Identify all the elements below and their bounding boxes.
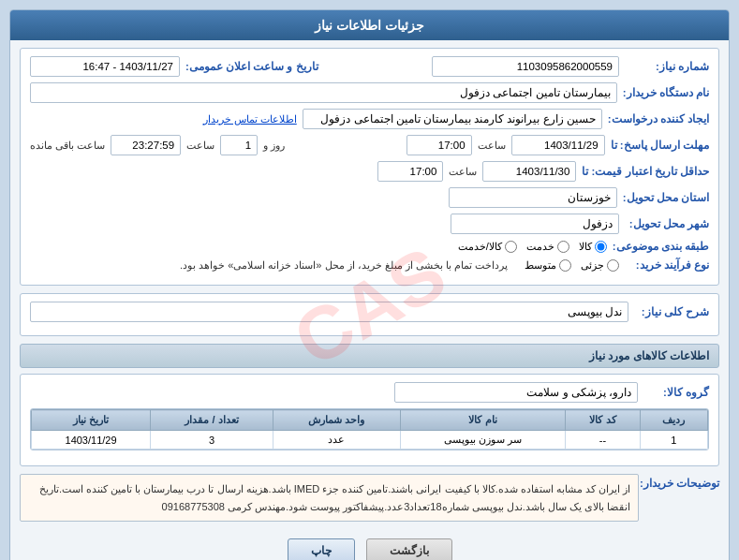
creator-input[interactable] xyxy=(303,109,602,129)
cell-quantity: 3 xyxy=(151,431,273,449)
row-creator: ایجاد کننده درخواست: اطلاعات تماس خریدار xyxy=(30,109,709,129)
goods-group-label: گروه کالا: xyxy=(643,386,709,399)
page-header: جزئیات اطلاعات نیاز xyxy=(10,10,729,40)
price-date-input[interactable] xyxy=(482,161,576,182)
buyer-comments-text: از ایران کد مشابه استفاده شده.کالا با کی… xyxy=(20,474,639,522)
cell-row: 1 xyxy=(640,431,707,449)
category-option-both[interactable]: کالا/خدمت xyxy=(458,241,517,253)
reply-time-input[interactable] xyxy=(406,135,472,155)
purchase-radio-medium[interactable] xyxy=(559,259,571,272)
row-label: روز و xyxy=(263,140,285,152)
page-title: جزئیات اطلاعات نیاز xyxy=(315,18,424,33)
buyer-comments-section: توضیحات خریدار: از ایران کد مشابه استفاد… xyxy=(20,474,719,525)
page-content: CAS شماره نیاز: تاریخ و ساعت اعلان عمومی… xyxy=(10,40,729,560)
col-row: ردیف xyxy=(640,410,707,431)
purchase-radio-partial[interactable] xyxy=(607,259,619,272)
city-label: شهر محل تحویل: xyxy=(625,217,709,230)
row-need-desc: شرح کلی نیاز: xyxy=(30,302,709,322)
price-time-input[interactable] xyxy=(377,161,443,182)
need-number-label: شماره نیاز: xyxy=(625,60,709,73)
main-window: جزئیات اطلاعات نیاز CAS شماره نیاز: تاری… xyxy=(9,9,730,560)
need-desc-section: شرح کلی نیاز: xyxy=(20,293,719,336)
row-goods-group: گروه کالا: xyxy=(30,382,709,403)
reply-date-input[interactable] xyxy=(511,135,605,155)
back-button[interactable]: بازگشت xyxy=(366,538,452,560)
cell-name: سر سوزن بیوپسی xyxy=(400,431,566,449)
category-option-service[interactable]: خدمت xyxy=(526,241,569,253)
row-buyer-name: نام دستگاه خریدار: xyxy=(30,82,709,103)
info-form: شماره نیاز: تاریخ و ساعت اعلان عمومی: نا… xyxy=(20,48,719,286)
col-unit: واحد شمارش xyxy=(273,410,400,431)
purchase-type-radio-group: جزئی متوسط xyxy=(525,259,619,272)
purchase-option-partial[interactable]: جزئی xyxy=(581,259,619,272)
purchase-type-label: نوع فرآیند خرید: xyxy=(625,258,709,272)
time-label2: ساعت xyxy=(186,140,214,152)
table-row: 1 -- سر سوزن بیوپسی عدد 3 1403/11/29 xyxy=(32,431,708,449)
row-reply-deadline: مهلت ارسال پاسخ: تا ساعت روز و ساعت ساعت… xyxy=(30,135,709,155)
goods-table-container: ردیف کد کالا نام کالا واحد شمارش تعداد /… xyxy=(30,408,709,450)
category-both-label: کالا/خدمت xyxy=(458,241,502,253)
buyer-name-label: نام دستگاه خریدار: xyxy=(623,86,709,99)
category-label: طبقه بندی موضوعی: xyxy=(613,240,709,253)
row-need-number: شماره نیاز: تاریخ و ساعت اعلان عمومی: xyxy=(30,56,709,77)
category-radio-goods[interactable] xyxy=(595,241,607,253)
purchase-note: پرداخت تمام با بخشی از مبلغ خرید، از محل… xyxy=(180,259,508,272)
category-option-goods[interactable]: کالا xyxy=(579,241,607,253)
reply-remaining-input[interactable] xyxy=(111,135,181,155)
goods-group-input[interactable] xyxy=(394,382,638,403)
creator-contact-link[interactable]: اطلاعات تماس خریدار xyxy=(203,113,297,125)
col-name: نام کالا xyxy=(400,410,566,431)
row-city: شهر محل تحویل: xyxy=(30,214,709,234)
buyer-name-input[interactable] xyxy=(30,82,617,103)
remaining-label: ساعت باقی مانده xyxy=(30,140,105,152)
row-province: استان محل تحویل: xyxy=(30,187,709,208)
goods-table: ردیف کد کالا نام کالا واحد شمارش تعداد /… xyxy=(31,409,708,449)
table-header-row: ردیف کد کالا نام کالا واحد شمارش تعداد /… xyxy=(32,410,708,431)
row-category: طبقه بندی موضوعی: کالا خدمت کالا/خدمت xyxy=(30,240,709,253)
reply-deadline-label: مهلت ارسال پاسخ: تا xyxy=(611,139,709,152)
time-label: ساعت xyxy=(478,140,506,152)
cell-unit: عدد xyxy=(273,431,400,449)
province-label: استان محل تحویل: xyxy=(623,191,709,204)
price-deadline-label: حداقل تاریخ اعتبار قیمت: تا xyxy=(582,165,709,178)
purchase-medium-label: متوسط xyxy=(525,259,556,272)
print-button[interactable]: چاپ xyxy=(288,538,355,560)
category-goods-label: کالا xyxy=(579,241,592,253)
buyer-comments-label: توضیحات خریدار: xyxy=(644,474,719,490)
purchase-partial-label: جزئی xyxy=(581,259,604,272)
row-price-deadline: حداقل تاریخ اعتبار قیمت: تا ساعت xyxy=(30,161,709,182)
date-input[interactable] xyxy=(30,56,180,77)
col-code: کد کالا xyxy=(566,410,640,431)
time-label3: ساعت xyxy=(449,166,477,178)
creator-label: ایجاد کننده درخواست: xyxy=(608,112,709,125)
category-radio-both[interactable] xyxy=(505,241,517,253)
cell-code: -- xyxy=(566,431,640,449)
city-input[interactable] xyxy=(451,214,619,234)
category-radio-service[interactable] xyxy=(557,241,569,253)
reply-day-input[interactable] xyxy=(220,135,258,155)
cell-date: 1403/11/29 xyxy=(32,431,151,449)
col-date: تاریخ نیاز xyxy=(32,410,151,431)
province-input[interactable] xyxy=(449,187,617,208)
category-service-label: خدمت xyxy=(526,241,554,253)
col-quantity: تعداد / مقدار xyxy=(151,410,273,431)
goods-section-title: اطلاعات کالاهای مورد نیاز xyxy=(20,344,719,368)
row-purchase-type: نوع فرآیند خرید: جزئی متوسط پرداخت تمام … xyxy=(30,258,709,272)
purchase-option-medium[interactable]: متوسط xyxy=(525,259,571,272)
category-radio-group: کالا خدمت کالا/خدمت xyxy=(458,241,607,253)
buttons-row: بازگشت چاپ xyxy=(20,531,719,560)
need-number-input[interactable] xyxy=(432,56,619,77)
need-desc-input[interactable] xyxy=(30,302,628,322)
date-label: تاریخ و ساعت اعلان عمومی: xyxy=(185,60,318,73)
goods-section: گروه کالا: ردیف کد کالا نام کالا واحد شم… xyxy=(20,374,719,466)
need-desc-label: شرح کلی نیاز: xyxy=(634,305,709,318)
